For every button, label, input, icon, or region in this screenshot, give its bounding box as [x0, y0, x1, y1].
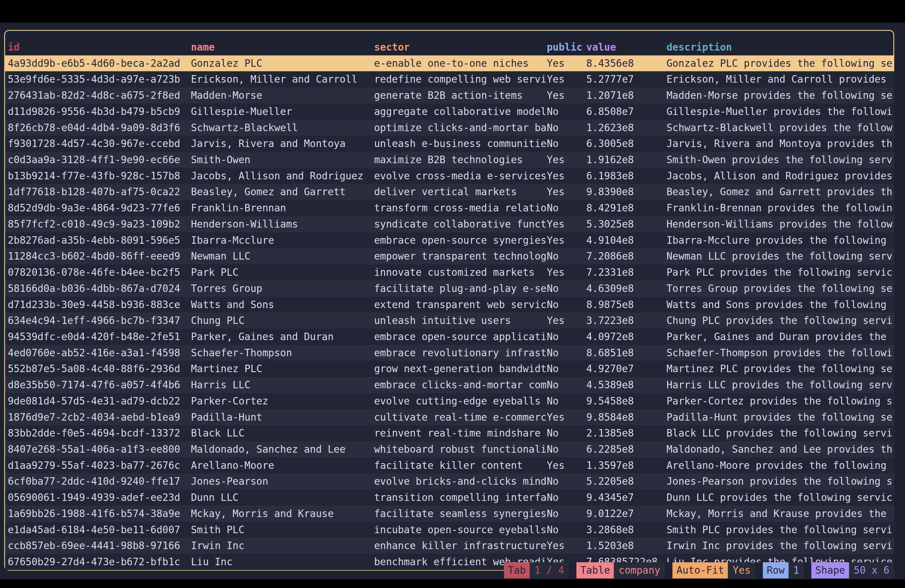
cell-sector: facilitate seamless synergies: [374, 506, 547, 522]
cell-name: Padilla-Hunt: [191, 409, 374, 426]
table-row[interactable]: 634e4c94-1eff-4966-bc7b-f3347Chung PLCun…: [5, 313, 894, 329]
table-row-selected[interactable]: 4a93dd9b-e6b5-4d60-beca-2a2adGonzalez PL…: [5, 56, 894, 72]
cell-name: Harris LLC: [191, 377, 374, 393]
cell-sector: syndicate collaborative funct: [374, 216, 547, 232]
cell-public: Yes: [547, 538, 586, 554]
cell-public: Yes: [547, 71, 586, 87]
cell-id: 8d52d9db-9a3e-4864-9d23-77fe6: [8, 200, 191, 216]
cell-id: 8f26cb78-e04d-4db4-9a09-8d3f6: [8, 120, 191, 136]
cell-sector: unleash intuitive users: [374, 313, 547, 329]
cell-description: Irwin Inc provides the following servi: [667, 538, 894, 554]
cell-name: Henderson-Williams: [191, 216, 374, 232]
cell-value: 8.9875e8: [586, 297, 667, 313]
cell-id: 8407e268-55a1-406a-a1f3-ee800: [8, 441, 191, 458]
cell-name: Gonzalez PLC: [191, 56, 374, 72]
cell-description: Black LLC provides the following servi: [667, 425, 894, 441]
table-row[interactable]: 552b87e5-5a08-4c40-88f6-2936dMartinez PL…: [5, 361, 894, 377]
cell-name: Jarvis, Rivera and Montoya: [191, 136, 374, 152]
cell-description: Mckay, Morris and Krause provides the: [667, 506, 894, 522]
table-row[interactable]: 85f7fcf2-c010-49c9-9a23-109b2Henderson-W…: [5, 216, 894, 232]
table-row[interactable]: 8f26cb78-e04d-4db4-9a09-8d3f6Schwartz-Bl…: [5, 120, 894, 136]
cell-id: 4a93dd9b-e6b5-4d60-beca-2a2ad: [8, 56, 191, 72]
table-row[interactable]: c0d3aa9a-3128-4ff1-9e90-ec66eSmith-Owenm…: [5, 152, 894, 168]
cell-value: 9.8584e8: [586, 409, 667, 426]
cell-name: Jones-Pearson: [191, 474, 374, 489]
cell-value: 1.3597e8: [586, 458, 667, 474]
table-row[interactable]: 8407e268-55a1-406a-a1f3-ee800Maldonado, …: [5, 441, 894, 458]
table-row[interactable]: 6cf0ba77-2ddc-410d-9240-ffe17Jones-Pears…: [5, 474, 894, 489]
table-row[interactable]: b13b9214-f77e-43fb-928c-157b8Jacobs, All…: [5, 168, 894, 184]
table-row[interactable]: 1df77618-b128-407b-af75-0ca22Beasley, Go…: [5, 184, 894, 200]
table-row[interactable]: 2b8276ad-a35b-4ebb-8091-596e5Ibarra-Mccl…: [5, 232, 894, 248]
cell-public: No: [547, 506, 586, 522]
table-row[interactable]: 9de081d4-57d5-4e31-ad79-dcb22Parker-Cort…: [5, 393, 894, 409]
cell-value: 7.2086e8: [586, 248, 667, 264]
status-value-table: company: [614, 562, 665, 578]
cell-public: Yes: [547, 264, 586, 281]
table-row[interactable]: e1da45ad-6184-4e50-be11-6d007Smith PLCin…: [5, 522, 894, 538]
cell-id: 58166d0a-b036-4dbb-867a-d7024: [8, 281, 191, 297]
table-row[interactable]: f9301728-4d57-4c30-967e-ccebdJarvis, Riv…: [5, 136, 894, 152]
table-row[interactable]: d8e35b50-7174-47f6-a057-4f4b6Harris LLCe…: [5, 377, 894, 393]
cell-name: Parker, Gaines and Duran: [191, 329, 374, 345]
cell-id: 94539dfc-e0d4-420f-b48e-2fe51: [8, 329, 191, 345]
table-row[interactable]: ccb857eb-69ee-4441-98b8-97166Irwin Incen…: [5, 538, 894, 554]
cell-sector: e-enable one-to-one niches: [374, 56, 547, 72]
data-table: idnamesectorpublicvaluedescription4a93dd…: [5, 39, 894, 570]
cell-value: 4.6309e8: [586, 281, 667, 297]
cell-id: 07820136-078e-46fe-b4ee-bc2f5: [8, 264, 191, 281]
table-row[interactable]: 05690061-1949-4939-adef-ee23dDunn LLCtra…: [5, 489, 894, 506]
cell-description: Chung PLC provides the following servi: [667, 313, 894, 329]
cell-public: Yes: [547, 168, 586, 184]
cell-public: Yes: [547, 458, 586, 474]
table-row[interactable]: 07820136-078e-46fe-b4ee-bc2f5Park PLCinn…: [5, 264, 894, 281]
cell-sector: embrace clicks-and-mortar com: [374, 377, 547, 393]
cell-id: d71d233b-30e9-4458-b936-883ce: [8, 297, 191, 313]
status-group-row: Row1: [763, 562, 804, 578]
table-row[interactable]: 83bb2dde-f0e5-4694-bcdf-13372Black LLCre…: [5, 425, 894, 441]
cell-description: Gillespie-Mueller provides the followi: [667, 103, 894, 120]
cell-name: Mckay, Morris and Krause: [191, 506, 374, 522]
cell-sector: extend transparent web servic: [374, 297, 547, 313]
cell-public: No: [547, 200, 586, 216]
table-row[interactable]: 8d52d9db-9a3e-4864-9d23-77fe6Franklin-Br…: [5, 200, 894, 216]
table-row[interactable]: 58166d0a-b036-4dbb-867a-d7024Torres Grou…: [5, 281, 894, 297]
table-row[interactable]: d1aa9279-55af-4023-ba77-2676cArellano-Mo…: [5, 458, 894, 474]
column-header-description: description: [667, 39, 894, 56]
cell-value: 6.8508e7: [586, 103, 667, 120]
cell-name: Parker-Cortez: [191, 393, 374, 409]
cell-sector: embrace open-source synergies: [374, 232, 547, 248]
cell-name: Watts and Sons: [191, 297, 374, 313]
cell-description: Beasley, Gomez and Garrett provides th: [667, 184, 894, 200]
table-row[interactable]: d11d9826-9556-4b3d-b479-b5cb9Gillespie-M…: [5, 103, 894, 120]
cell-value: 1.5203e8: [586, 538, 667, 554]
table-row[interactable]: 1876d9e7-2cb2-4034-aebd-b1ea9Padilla-Hun…: [5, 409, 894, 426]
status-label-table: Table: [576, 562, 614, 578]
cell-id: f9301728-4d57-4c30-967e-ccebd: [8, 136, 191, 152]
cell-id: 4ed0760e-ab52-416e-a3a1-f4598: [8, 345, 191, 361]
terminal-window: idnamesectorpublicvaluedescription4a93dd…: [0, 23, 905, 579]
cell-value: 9.5458e8: [586, 393, 667, 409]
cell-value: 6.3005e8: [586, 136, 667, 152]
cell-id: 2b8276ad-a35b-4ebb-8091-596e5: [8, 232, 191, 248]
cell-value: 4.9104e8: [586, 232, 667, 248]
table-row[interactable]: 53e9fd6e-5335-4d3d-a97e-a723bErickson, M…: [5, 71, 894, 87]
cell-sector: whiteboard robust functionali: [374, 441, 547, 458]
cell-name: Black LLC: [191, 425, 374, 441]
cell-description: Jones-Pearson provides the following s: [667, 474, 894, 489]
table-row[interactable]: d71d233b-30e9-4458-b936-883ceWatts and S…: [5, 297, 894, 313]
cell-value: 8.4356e8: [586, 56, 667, 72]
cell-sector: evolve cutting-edge eyeballs: [374, 393, 547, 409]
cell-sector: evolve bricks-and-clicks mind: [374, 474, 547, 489]
table-row[interactable]: 11284cc3-b602-4bd0-86ff-eeed9Newman LLCe…: [5, 248, 894, 264]
status-value-row: 1: [789, 562, 804, 578]
table-row[interactable]: 1a69bb26-1988-41f6-b574-38a9eMckay, Morr…: [5, 506, 894, 522]
status-group-shape: Shape50 x 6: [811, 562, 894, 578]
status-label-tab: Tab: [504, 562, 530, 578]
table-row[interactable]: 276431ab-82d2-4d8c-a675-2f8edMadden-Mors…: [5, 87, 894, 103]
cell-name: Madden-Morse: [191, 87, 374, 103]
table-row[interactable]: 4ed0760e-ab52-416e-a3a1-f4598Schaefer-Th…: [5, 345, 894, 361]
cell-public: No: [547, 103, 586, 120]
table-row[interactable]: 94539dfc-e0d4-420f-b48e-2fe51Parker, Gai…: [5, 329, 894, 345]
cell-public: No: [547, 297, 586, 313]
